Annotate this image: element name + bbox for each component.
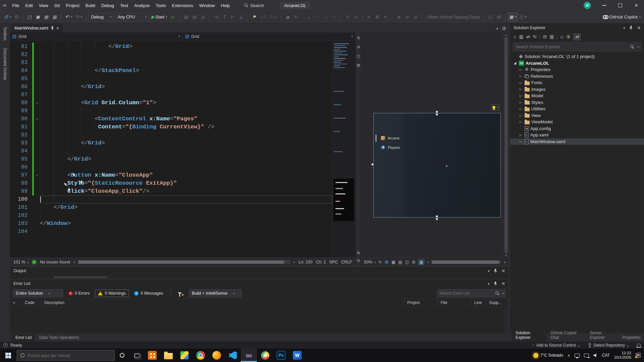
- tree-item-images[interactable]: Images: [510, 86, 644, 93]
- tree-item-utilities[interactable]: Utilities: [510, 106, 644, 112]
- active-files-dropdown-icon[interactable]: [496, 26, 498, 31]
- zoom-fit-button[interactable]: [412, 13, 419, 21]
- line-number[interactable]: 99: [10, 188, 32, 194]
- panel-tab-properties[interactable]: Properties: [619, 334, 644, 341]
- scroll-left-icon[interactable]: [427, 260, 429, 264]
- select-repository-button[interactable]: Select Repository: [588, 343, 628, 348]
- line-number[interactable]: 93: [10, 140, 32, 146]
- menu-item-extensions[interactable]: Extensions: [169, 2, 197, 9]
- code-line-92[interactable]: 92: [10, 131, 332, 139]
- window-position-icon[interactable]: [488, 281, 489, 286]
- volume-tray-icon[interactable]: [593, 353, 598, 357]
- menu-item-edit[interactable]: Edit: [22, 2, 36, 9]
- line-number[interactable]: 84: [10, 68, 32, 74]
- tree-item-styles[interactable]: Styles: [510, 99, 644, 106]
- code-line-94[interactable]: 94: [10, 147, 332, 155]
- tree-expander-icon[interactable]: [519, 114, 523, 117]
- ruler-icon[interactable]: [405, 260, 409, 264]
- navigate-up-button[interactable]: [314, 13, 321, 21]
- align-text-right-button[interactable]: [382, 13, 389, 21]
- taskbar-app-vscode[interactable]: [225, 349, 241, 362]
- tree-expander-icon[interactable]: [519, 140, 523, 143]
- performance-profiler-button[interactable]: [182, 13, 190, 21]
- swap-panes-icon[interactable]: [357, 36, 360, 40]
- line-number[interactable]: 104: [10, 229, 32, 235]
- source-filter-combo[interactable]: Build + IntelliSense: [189, 289, 242, 297]
- panel-tab-solution-explorer[interactable]: Solution Explorer: [512, 329, 546, 341]
- switch-views-icon[interactable]: [514, 34, 516, 39]
- tree-item-mainwindow-xaml[interactable]: MainWindow.xaml: [510, 138, 644, 145]
- refresh-designer-icon[interactable]: [379, 260, 382, 264]
- pin-icon[interactable]: [494, 269, 497, 273]
- taskbar-app-file-explorer[interactable]: [160, 349, 176, 362]
- designer-editor-splitter[interactable]: [356, 33, 361, 266]
- tree-item-references[interactable]: References: [510, 73, 644, 80]
- align-rights-button[interactable]: [229, 13, 236, 21]
- designer-horizontal-scrollbar[interactable]: [432, 260, 501, 264]
- tree-item-app-config[interactable]: App.config: [510, 125, 644, 132]
- tree-expander-icon[interactable]: [519, 101, 523, 104]
- navigate-forward-button[interactable]: [13, 13, 20, 21]
- line-number[interactable]: 103: [10, 221, 32, 227]
- tree-expander-icon[interactable]: [519, 94, 523, 98]
- layout-option-1-button[interactable]: [486, 13, 494, 21]
- pin-icon[interactable]: [629, 26, 633, 30]
- pin-icon[interactable]: [494, 282, 497, 286]
- account-avatar[interactable]: JF: [584, 2, 591, 9]
- errors-filter-button[interactable]: 0 Errors: [66, 290, 92, 297]
- minimap-scrollbar[interactable]: [332, 41, 356, 257]
- align-text-left-button[interactable]: [365, 13, 372, 21]
- tree-expander-icon[interactable]: [519, 81, 523, 84]
- new-project-button[interactable]: [26, 13, 33, 21]
- start-button[interactable]: [0, 349, 16, 362]
- show-grid-icon[interactable]: [391, 260, 395, 264]
- line-number[interactable]: 97: [10, 172, 32, 178]
- column-header-supp[interactable]: Supp...: [486, 299, 508, 306]
- view-code-icon[interactable]: [560, 34, 564, 39]
- code-line-93[interactable]: 93 </Grid>: [10, 139, 332, 147]
- scope-filter-combo[interactable]: Entire Solution: [13, 289, 63, 297]
- code-line-103[interactable]: 103</Window>: [10, 220, 332, 228]
- navigate-back-button[interactable]: [3, 13, 12, 21]
- column-header-severity[interactable]: [10, 299, 22, 306]
- design-preview-window[interactable]: Arcane Players: [373, 113, 501, 218]
- code-line-85[interactable]: 85: [10, 75, 332, 83]
- line-number[interactable]: 102: [10, 213, 32, 219]
- properties-gear-icon[interactable]: [567, 35, 570, 39]
- taskbar-clock[interactable]: 12:22 15/1/2025: [614, 351, 631, 360]
- window-position-icon[interactable]: [488, 268, 489, 273]
- scroll-right-icon[interactable]: [504, 260, 506, 264]
- breadcrumb-element-combo-right[interactable]: Grid: [183, 33, 356, 40]
- error-list-search-input[interactable]: [439, 291, 493, 296]
- align-bottoms-button[interactable]: [237, 13, 245, 21]
- action-center-icon[interactable]: [636, 353, 641, 358]
- warnings-filter-button[interactable]: 0 Warnings: [95, 290, 129, 297]
- step-out-button[interactable]: [330, 13, 338, 21]
- line-number[interactable]: 86: [10, 84, 32, 90]
- sync-with-active-document-icon[interactable]: [526, 34, 530, 39]
- tree-expander-icon[interactable]: [519, 133, 523, 137]
- column-header-file[interactable]: File: [438, 299, 472, 306]
- line-number[interactable]: 98: [10, 180, 32, 186]
- tree-expander-icon[interactable]: [519, 107, 523, 111]
- window-close-button[interactable]: [629, 0, 644, 11]
- menu-item-window[interactable]: Window: [196, 2, 218, 9]
- fold-chevron-icon[interactable]: [34, 117, 40, 121]
- taskbar-search-box[interactable]: [17, 350, 115, 361]
- close-icon[interactable]: [501, 281, 505, 287]
- designer-vertical-scrollbar[interactable]: ▴ ▾: [503, 33, 508, 257]
- network-tray-icon[interactable]: [584, 354, 589, 357]
- line-number[interactable]: 101: [10, 204, 32, 210]
- line-number[interactable]: 87: [10, 92, 32, 98]
- scrollbar-thumb[interactable]: [432, 260, 499, 264]
- code-line-88[interactable]: 88 <Grid Grid.Column="1">: [10, 99, 332, 107]
- start-without-debugging-button[interactable]: [169, 13, 176, 21]
- scroll-down-icon[interactable]: ▾: [505, 253, 507, 257]
- column-header-description[interactable]: Description: [42, 299, 405, 306]
- code-line-99[interactable]: 99 Click="CloseApp_Click"/>: [10, 187, 332, 195]
- make-vertical-spacing-equal-button[interactable]: Make Vertical Spacing Equal: [425, 13, 481, 21]
- tree-item-fonts[interactable]: Fonts: [510, 79, 644, 86]
- scrollbar-thumb[interactable]: [504, 37, 508, 253]
- code-line-104[interactable]: 104: [10, 228, 332, 236]
- output-scrollbar-thumb[interactable]: [54, 276, 107, 278]
